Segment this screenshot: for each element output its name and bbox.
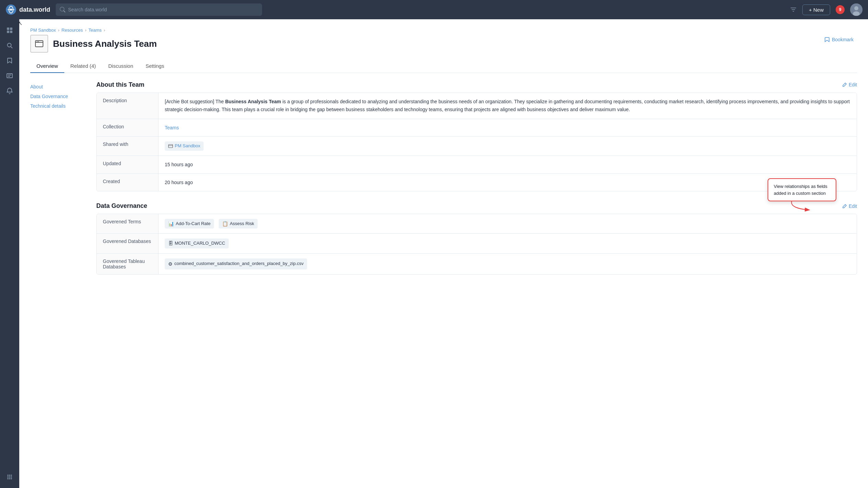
svg-point-25 — [7, 478, 9, 479]
top-navigation: data.world + New 9 — [0, 0, 868, 19]
collection-link[interactable]: Teams — [165, 125, 179, 130]
svg-rect-16 — [7, 74, 12, 78]
breadcrumb-resources[interactable]: Resources — [62, 28, 83, 33]
governed-databases-value: 🗄 MONTE_CARLO_DWCC — [159, 234, 857, 253]
dg-section-header: Data Governance View relationships as fi… — [96, 202, 857, 210]
description-row: Description [Archie Bot suggestion] The … — [97, 93, 857, 119]
svg-rect-12 — [7, 31, 9, 33]
term-icon-1: 📋 — [222, 220, 228, 227]
about-section: About this Team Edit Description — [96, 81, 857, 192]
svg-point-22 — [7, 476, 9, 478]
svg-point-8 — [854, 6, 858, 10]
bookmark-button[interactable]: Bookmark — [821, 35, 857, 44]
app-name: data.world — [19, 6, 50, 13]
nav-technical-details[interactable]: Technical details — [30, 102, 85, 110]
updated-value: 15 hours ago — [159, 156, 857, 173]
term-label-1: Assess Risk — [230, 220, 254, 227]
dg-edit-button[interactable]: Edit — [842, 203, 857, 209]
team-icon — [34, 39, 44, 49]
main-content: PM Sandbox › Resources › Teams › Busines… — [19, 19, 868, 488]
about-title: About this Team — [96, 81, 144, 88]
sidebar — [0, 19, 19, 488]
collection-value: Teams — [159, 119, 857, 136]
tooltip-arrow-svg — [788, 201, 816, 212]
updated-label: Updated — [97, 156, 159, 173]
sidebar-item-search[interactable] — [3, 39, 17, 52]
sidebar-apps-icon — [6, 474, 13, 480]
tab-settings[interactable]: Settings — [139, 60, 170, 73]
nav-data-governance[interactable]: Data Governance — [30, 92, 85, 100]
governed-term-0[interactable]: 📊 Add-To-Cart Rate — [165, 219, 214, 229]
content-body: About Data Governance Technical details … — [30, 81, 857, 286]
created-row: Created 20 hours ago — [97, 174, 857, 191]
governed-terms-row: Goverened Terms 📊 Add-To-Cart Rate 📋 Ass… — [97, 214, 857, 234]
bookmark-icon — [824, 37, 830, 42]
svg-rect-11 — [10, 28, 12, 30]
about-info-card: Description [Archie Bot suggestion] The … — [96, 93, 857, 192]
user-avatar[interactable] — [850, 3, 862, 16]
breadcrumb-sep-2: › — [85, 28, 86, 33]
breadcrumb-pm-sandbox[interactable]: PM Sandbox — [30, 28, 56, 33]
filter-icon[interactable] — [790, 6, 797, 13]
sidebar-item-activity[interactable] — [3, 69, 17, 83]
new-button[interactable]: + New — [802, 4, 830, 15]
svg-point-27 — [11, 478, 12, 479]
avatar-icon — [850, 3, 862, 16]
governed-terms-value: 📊 Add-To-Cart Rate 📋 Assess Risk — [159, 214, 857, 233]
logo-icon — [6, 4, 17, 15]
shared-with-label: Shared with — [97, 137, 159, 156]
governed-tableau-0[interactable]: ⚙ combined_customer_satisfaction_and_ord… — [165, 258, 307, 269]
search-bar[interactable] — [56, 3, 262, 16]
page-header: Business Analysis Team Bookmark — [30, 35, 857, 53]
breadcrumb-sep-3: › — [104, 28, 105, 33]
dg-info-card: Goverened Terms 📊 Add-To-Cart Rate 📋 Ass… — [96, 214, 857, 275]
tabs-bar: Overview Related (4) Discussion Settings — [30, 60, 857, 73]
about-edit-button[interactable]: Edit — [842, 82, 857, 87]
svg-point-14 — [8, 43, 11, 47]
breadcrumb-teams[interactable]: Teams — [88, 28, 101, 33]
tab-related[interactable]: Related (4) — [64, 60, 102, 73]
sidebar-item-apps[interactable] — [3, 470, 17, 484]
svg-rect-30 — [37, 41, 37, 42]
description-text: [Archie Bot suggestion] The Business Ana… — [165, 99, 850, 113]
search-input[interactable] — [68, 7, 258, 12]
sidebar-search-icon — [6, 42, 13, 49]
svg-rect-13 — [10, 31, 12, 33]
governed-term-1[interactable]: 📋 Assess Risk — [219, 219, 258, 229]
created-label: Created — [97, 174, 159, 191]
tableau-icon-0: ⚙ — [168, 260, 173, 268]
svg-point-20 — [9, 475, 10, 476]
governed-databases-row: Goverened Databases 🗄 MONTE_CARLO_DWCC — [97, 234, 857, 253]
main-section: About this Team Edit Description — [96, 81, 857, 286]
notification-badge[interactable]: 9 — [836, 5, 845, 14]
svg-point-19 — [7, 475, 9, 476]
tab-overview[interactable]: Overview — [30, 60, 64, 73]
sidebar-item-catalog[interactable] — [3, 23, 17, 37]
app-logo[interactable]: data.world — [6, 4, 50, 15]
svg-point-23 — [9, 476, 10, 478]
breadcrumb-sep-1: › — [58, 28, 59, 33]
sidebar-notifications-icon — [6, 87, 13, 94]
svg-rect-28 — [35, 41, 43, 47]
governed-db-0[interactable]: 🗄 MONTE_CARLO_DWCC — [165, 238, 229, 248]
db-label-0: MONTE_CARLO_DWCC — [175, 240, 225, 247]
page-title: Business Analysis Team — [53, 39, 157, 49]
page-header-left: Business Analysis Team — [30, 35, 157, 53]
sidebar-item-bookmark[interactable] — [3, 54, 17, 67]
nav-about[interactable]: About — [30, 83, 85, 91]
updated-row: Updated 15 hours ago — [97, 156, 857, 173]
sidebar-item-notifications[interactable] — [3, 84, 17, 98]
description-value: [Archie Bot suggestion] The Business Ana… — [159, 93, 857, 119]
dg-title: Data Governance — [96, 202, 147, 210]
svg-line-15 — [11, 47, 13, 49]
shared-org-link[interactable]: PM Sandbox — [175, 142, 200, 150]
governed-tableau-row: Goverened Tableau Databases ⚙ combined_c… — [97, 254, 857, 274]
tab-discussion[interactable]: Discussion — [102, 60, 140, 73]
governed-databases-label: Goverened Databases — [97, 234, 159, 253]
collection-label: Collection — [97, 119, 159, 136]
svg-point-24 — [11, 476, 12, 478]
tableau-label-0: combined_customer_satisfaction_and_order… — [174, 260, 304, 267]
topnav-right: + New 9 — [790, 3, 862, 16]
svg-point-26 — [9, 478, 10, 479]
dg-edit-icon — [842, 204, 847, 209]
